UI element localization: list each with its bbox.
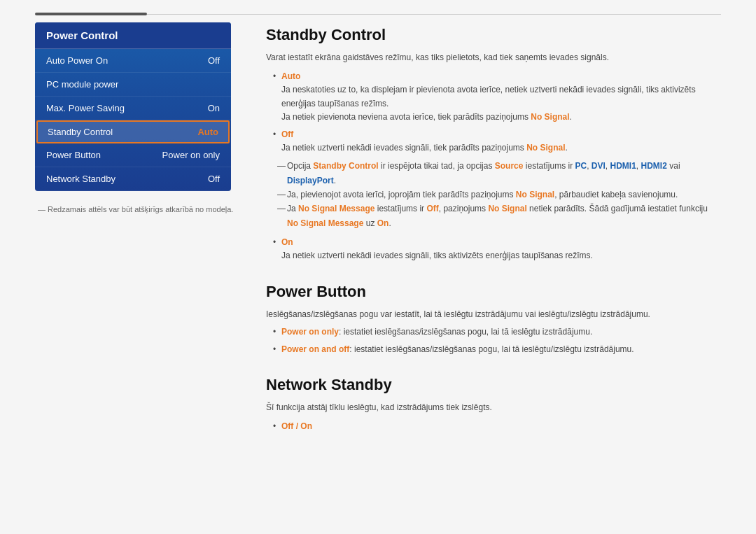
network-standby-bullets: Off / On	[266, 420, 721, 433]
sidebar-item-max-power-saving[interactable]: Max. Power Saving On	[35, 97, 231, 120]
sidebar-item-label: Power Button	[46, 150, 101, 160]
menu-box: Power Control Auto Power On Off PC modul…	[35, 22, 231, 191]
power-bullet-1-label: Power on only	[281, 327, 339, 337]
bullet-on-desc: Ja netiek uztverti nekādi ievades signāl…	[281, 249, 721, 262]
bullet-off-desc: Ja netiek uztverti nekādi ievades signāl…	[281, 141, 721, 155]
network-bullet-label: Off / On	[281, 421, 312, 431]
sidebar-item-value: Off	[208, 55, 220, 66]
sidebar-item-value: Auto	[197, 127, 218, 137]
sidebar-item-label: PC module power	[46, 79, 118, 90]
sidebar-item-network-standby[interactable]: Network Standby Off	[35, 167, 231, 191]
menu-title: Power Control	[35, 22, 231, 49]
power-button-section: Power Button Ieslēgšanas/izslēgšanas pog…	[266, 283, 721, 357]
sidebar-item-value: Power on only	[162, 150, 220, 160]
bullet-auto-desc2: Ja netiek pievienota neviena avota ierīc…	[281, 111, 721, 124]
sidebar-footnote: ― Redzamais attēls var būt atšķirīgs atk…	[35, 205, 238, 213]
sidebar-item-pc-module-power[interactable]: PC module power	[35, 73, 231, 97]
progress-bar-filled	[35, 13, 147, 15]
bullet-auto: Auto Ja neskatoties uz to, ka displejam …	[273, 70, 721, 124]
network-bullet-1: Off / On	[273, 420, 721, 433]
sidebar: Power Control Auto Power On Off PC modul…	[35, 22, 238, 520]
sub-bullet-2: Ja, pievienojot avota ierīci, joprojām t…	[277, 188, 721, 202]
sidebar-item-label: Auto Power On	[46, 55, 108, 66]
bullet-on-label: On	[281, 237, 293, 247]
sub-bullet-3: Ja No Signal Message iestatījums ir Off,…	[277, 202, 721, 230]
power-bullet-2: Power on and off: iestatiet ieslēgšanas/…	[273, 343, 721, 356]
sidebar-item-label: Standby Control	[48, 127, 113, 137]
network-standby-title: Network Standby	[266, 376, 721, 394]
progress-bar-empty	[147, 14, 721, 15]
standby-control-section: Standby Control Varat iestatīt ekrāna ga…	[266, 26, 721, 263]
power-bullet-2-label: Power on and off	[281, 344, 349, 354]
content-area: Standby Control Varat iestatīt ekrāna ga…	[266, 22, 721, 520]
standby-control-title: Standby Control	[266, 26, 721, 44]
bullet-off: Off Ja netiek uztverti nekādi ievades si…	[273, 128, 721, 155]
top-bar	[0, 0, 756, 22]
page-container: Power Control Auto Power On Off PC modul…	[0, 0, 756, 534]
bullet-auto-desc1: Ja neskatoties uz to, ka displejam ir pi…	[281, 83, 721, 110]
bullet-auto-label: Auto	[281, 71, 300, 81]
standby-control-bullets: Auto Ja neskatoties uz to, ka displejam …	[266, 70, 721, 155]
power-button-title: Power Button	[266, 283, 721, 301]
power-button-desc: Ieslēgšanas/izslēgšanas pogu var iestatī…	[266, 308, 721, 321]
sidebar-item-value: On	[208, 103, 220, 113]
network-standby-desc: Šī funkcija atstāj tīklu ieslēgtu, kad i…	[266, 401, 721, 414]
standby-on-bullet: On Ja netiek uztverti nekādi ievades sig…	[266, 236, 721, 262]
network-standby-section: Network Standby Šī funkcija atstāj tīklu…	[266, 376, 721, 433]
bullet-on: On Ja netiek uztverti nekādi ievades sig…	[273, 236, 721, 262]
sub-bullet-1: Opcija Standby Control ir iespējota tika…	[277, 159, 721, 188]
bullet-off-label: Off	[281, 129, 293, 139]
sidebar-item-label: Network Standby	[46, 174, 115, 184]
power-bullet-1: Power on only: iestatiet ieslēgšanas/izs…	[273, 325, 721, 339]
power-button-bullets: Power on only: iestatiet ieslēgšanas/izs…	[266, 325, 721, 356]
sidebar-item-standby-control[interactable]: Standby Control Auto	[36, 120, 230, 143]
sidebar-item-power-button[interactable]: Power Button Power on only	[35, 143, 231, 167]
main-content: Power Control Auto Power On Off PC modul…	[0, 22, 756, 534]
sidebar-item-value: Off	[208, 174, 220, 184]
sidebar-item-label: Max. Power Saving	[46, 103, 125, 113]
sidebar-item-auto-power-on[interactable]: Auto Power On Off	[35, 49, 231, 73]
standby-sub-bullets: Opcija Standby Control ir iespējota tika…	[266, 159, 721, 230]
standby-control-desc: Varat iestatīt ekrāna gaidstāves režīmu,…	[266, 51, 721, 64]
